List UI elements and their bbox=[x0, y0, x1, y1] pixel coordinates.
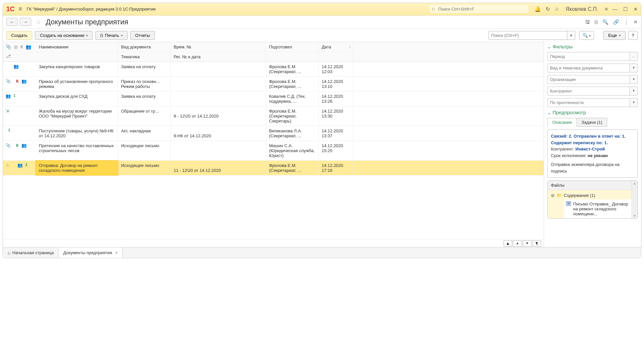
reports-button[interactable]: Отчеты bbox=[130, 31, 155, 40]
col-prepared[interactable]: Подготовил bbox=[266, 42, 319, 52]
printer-icon: ⎙ bbox=[100, 33, 103, 38]
table-row[interactable]: 👥1 Закупка дисков для СХД Заявка на опла… bbox=[3, 92, 544, 106]
maximize-icon[interactable]: ☐ bbox=[623, 6, 628, 12]
group-icon: 👥 bbox=[13, 64, 19, 74]
print-icon[interactable]: ⎙ bbox=[595, 19, 598, 25]
close-form-icon[interactable]: ✕ bbox=[633, 19, 638, 25]
k-header-icon[interactable]: К bbox=[20, 44, 23, 51]
save-icon[interactable]: 🖫 bbox=[585, 19, 590, 25]
status-header-icon[interactable]: ◎ bbox=[14, 44, 18, 51]
kebab-icon[interactable]: ⋮ bbox=[624, 19, 629, 25]
preview-links-line[interactable]: Связей: 2. Отправлен в ответ на: 1. Соде… bbox=[551, 133, 634, 146]
clip-icon: 📎 bbox=[6, 143, 11, 158]
clip-icon: 📎 bbox=[6, 79, 11, 89]
preview-body: Отправка экземпляра договора на подпись bbox=[551, 161, 634, 174]
tab-documents[interactable]: Документы предприятия× bbox=[59, 248, 122, 258]
local-search-input[interactable] bbox=[488, 31, 567, 40]
k-icon: К bbox=[16, 79, 19, 89]
files-panel: Файлы ⊖ 📁 Содержание (1) W Письмо Отправ… bbox=[547, 180, 638, 219]
scroll-controls: ▲̲ ▲ ▼ ▼̲ bbox=[3, 239, 544, 247]
preview-icon[interactable]: 🔍 bbox=[602, 19, 608, 25]
count-icon: 2 bbox=[25, 163, 27, 173]
col-name[interactable]: Наименование bbox=[36, 42, 118, 52]
counterparty-drop-button[interactable]: ▾ bbox=[630, 87, 638, 95]
tab-description[interactable]: Описание bbox=[547, 118, 577, 127]
col-reg-no[interactable]: Рег. № и дата bbox=[171, 52, 266, 62]
files-title: Файлы bbox=[548, 181, 632, 190]
scroll-top-button[interactable]: ▲̲ bbox=[504, 240, 512, 247]
link-icon[interactable]: 🔗 bbox=[613, 19, 619, 25]
filter-counterparty[interactable] bbox=[547, 87, 630, 95]
table-row[interactable]: ⚠👥2 Отправка: Договор на ремонт складско… bbox=[3, 161, 544, 175]
bottom-tabs: Начальная страница Документы предприятия… bbox=[3, 247, 641, 258]
table-row[interactable]: ⇲ Жалоба на мусор вокруг территории ООО … bbox=[3, 106, 544, 126]
bell-icon[interactable]: 🔔 bbox=[534, 6, 541, 12]
command-bar: ← → ☆ Документы предприятия 🖫 ⎙ 🔍 🔗 ⋮ ✕ bbox=[3, 15, 641, 29]
documents-table: 📎 ◎ К 👥 ⎇ x Наименование Вид документа В… bbox=[3, 42, 544, 247]
deadline-label: Срок исполнения: bbox=[551, 153, 586, 158]
global-search-input[interactable] bbox=[430, 5, 529, 13]
group-header-icon[interactable]: 👥 bbox=[26, 44, 31, 51]
main-menu-icon[interactable]: ≡ bbox=[19, 6, 22, 13]
icon-columns-header[interactable]: 📎 ◎ К 👥 ⎇ x bbox=[3, 42, 36, 62]
filter-read-status[interactable] bbox=[547, 98, 630, 107]
preview-content: Связей: 2. Отправлен в ответ на: 1. Соде… bbox=[547, 129, 638, 178]
nav-back-button[interactable]: ← bbox=[6, 18, 18, 26]
help-button[interactable]: ? bbox=[628, 31, 638, 40]
tab-home[interactable]: Начальная страница bbox=[3, 248, 59, 258]
col-type[interactable]: Вид документа bbox=[118, 42, 171, 52]
minimize-icon[interactable]: — bbox=[612, 6, 617, 12]
nav-forward-button[interactable]: → bbox=[20, 18, 31, 26]
folder-icon: 📁 bbox=[557, 193, 562, 198]
col-date[interactable]: Дата↓ bbox=[319, 42, 353, 52]
folder-node[interactable]: ⊖ 📁 Содержание (1) bbox=[551, 192, 628, 199]
type-drop-button[interactable]: ▾ bbox=[630, 64, 638, 72]
table-row[interactable]: 👥 Закупка канцелярских товаров Заявка на… bbox=[3, 62, 544, 77]
user-name[interactable]: Яковлев С.П. bbox=[566, 6, 598, 12]
tree-header-icon[interactable]: ⎇ bbox=[6, 53, 11, 60]
filter-period[interactable] bbox=[547, 52, 630, 61]
table-row[interactable]: 1 Поступление (товары, услуги) №9-НК от … bbox=[3, 126, 544, 141]
filter-type-topic[interactable] bbox=[547, 64, 630, 72]
warning-icon: ⚠ bbox=[6, 163, 10, 173]
breadcrumb: ГК "Меркурий" / Документооборот, редакци… bbox=[27, 7, 430, 12]
deadline-value: не указан bbox=[588, 153, 608, 158]
search-dropdown-button[interactable]: 🔍 bbox=[579, 31, 594, 40]
close-tab-icon[interactable]: × bbox=[115, 251, 118, 255]
attachment-header-icon[interactable]: 📎 bbox=[6, 44, 11, 51]
preview-section-title[interactable]: Предпросмотр bbox=[547, 110, 638, 115]
table-row[interactable]: 📎К👥 Приказ об установлении пропускного р… bbox=[3, 77, 544, 92]
files-scrollbar[interactable]: ▴▾ bbox=[632, 181, 637, 218]
counterparty-link[interactable]: Инвест-Строй bbox=[575, 147, 605, 151]
favorite-icon[interactable]: ☆ bbox=[36, 18, 41, 26]
create-based-button[interactable]: Создать на основании bbox=[35, 31, 93, 40]
period-ext-button[interactable]: ... bbox=[630, 52, 638, 61]
create-button[interactable]: Создать bbox=[6, 31, 32, 40]
star-icon[interactable]: ☆ bbox=[555, 6, 559, 12]
scroll-down-button[interactable]: ▼ bbox=[523, 240, 532, 247]
scroll-up-button[interactable]: ▲ bbox=[513, 240, 522, 247]
col-temp-no[interactable]: Врем. № bbox=[171, 42, 266, 52]
title-bar: 1C ≡ ГК "Меркурий" / Документооборот, ре… bbox=[3, 3, 641, 15]
settings-icon[interactable]: ≡ bbox=[605, 6, 608, 12]
word-icon: W bbox=[566, 201, 571, 206]
collapse-icon[interactable]: ⊖ bbox=[551, 193, 555, 198]
page-title: Документы предприятия bbox=[46, 18, 583, 26]
tab-tasks[interactable]: Задачи (1) bbox=[577, 118, 607, 127]
table-row[interactable]: 📎К👥 Претензия на качество поставленных с… bbox=[3, 141, 544, 161]
org-drop-button[interactable]: ▾ bbox=[630, 75, 638, 84]
incoming-icon: ⇲ bbox=[6, 108, 9, 124]
file-node[interactable]: W Письмо Отправка_ Договор на ремонт скл… bbox=[564, 200, 632, 218]
filter-org[interactable] bbox=[547, 75, 630, 84]
print-button[interactable]: ⎙Печать bbox=[95, 31, 128, 40]
group-icon: 👥 bbox=[6, 94, 11, 104]
history-icon[interactable]: ↻ bbox=[546, 6, 550, 12]
close-window-icon[interactable]: ✕ bbox=[633, 6, 638, 12]
group-icon: 👥 bbox=[21, 143, 27, 158]
scroll-bottom-button[interactable]: ▼̲ bbox=[533, 240, 541, 247]
more-button[interactable]: Еще bbox=[603, 31, 625, 40]
filters-section-title[interactable]: Фильтры bbox=[547, 44, 638, 49]
clear-search-button[interactable]: × bbox=[567, 31, 576, 40]
col-topic[interactable]: Тематика bbox=[118, 52, 171, 62]
read-drop-button[interactable]: ▾ bbox=[630, 98, 638, 107]
